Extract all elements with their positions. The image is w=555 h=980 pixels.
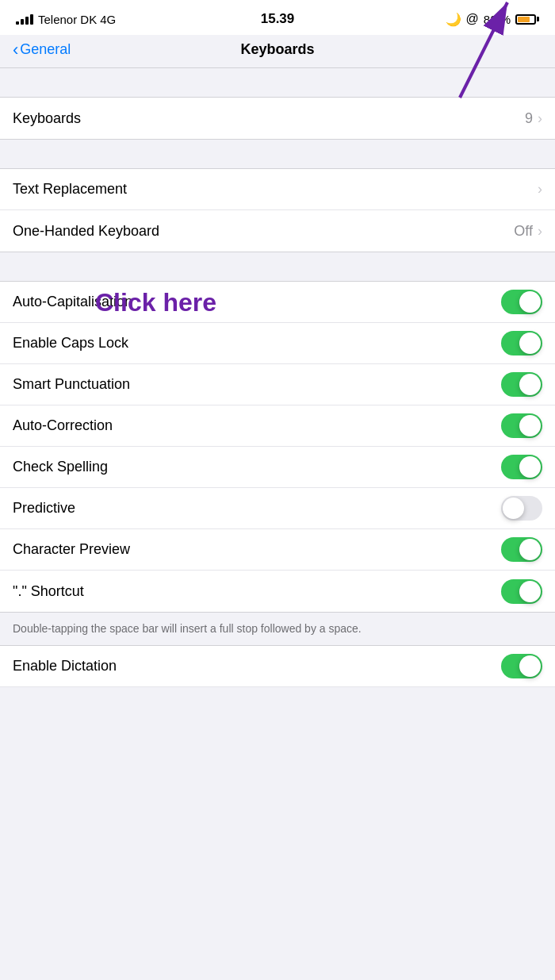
character-preview-toggle[interactable] <box>501 537 542 562</box>
one-handed-row[interactable]: One-Handed Keyboard Off › <box>0 210 555 252</box>
battery-icon <box>515 14 539 25</box>
at-icon: @ <box>466 12 479 26</box>
auto-capitalisation-toggle[interactable] <box>501 290 542 314</box>
partial-group: Enable Dictation <box>0 645 555 687</box>
auto-correction-toggle[interactable] <box>501 413 542 438</box>
enable-caps-lock-row[interactable]: Enable Caps Lock <box>0 323 555 364</box>
toggle-knob <box>503 498 524 519</box>
back-button[interactable]: ‹ General <box>13 41 71 59</box>
status-left: Telenor DK 4G <box>16 13 116 26</box>
group-keyboards: Keyboards 9 › <box>0 97 555 140</box>
one-handed-label: One-Handed Keyboard <box>13 223 159 240</box>
enable-caps-lock-toggle[interactable] <box>501 331 542 355</box>
smart-punctuation-label: Smart Punctuation <box>13 376 130 393</box>
section-gap-2 <box>0 140 555 168</box>
auto-capitalisation-label: Auto-Capitalisation <box>13 294 132 310</box>
back-label: General <box>20 41 71 58</box>
toggle-knob <box>519 332 541 354</box>
text-replacement-right: › <box>538 181 542 198</box>
chevron-right-icon: › <box>538 181 542 198</box>
toggle-knob <box>519 374 541 395</box>
signal-icon <box>16 14 33 25</box>
keyboards-right: 9 › <box>525 110 542 127</box>
enable-caps-lock-label: Enable Caps Lock <box>13 335 128 352</box>
group-toggles: Auto-Capitalisation Click here Enable Ca… <box>0 281 555 613</box>
toggle-knob <box>519 415 541 436</box>
enable-dictation-label: Enable Dictation <box>13 658 117 674</box>
network-label: 4G <box>100 13 116 26</box>
one-handed-right: Off › <box>514 223 542 240</box>
smart-punctuation-row[interactable]: Smart Punctuation <box>0 364 555 405</box>
group-text: Text Replacement › One-Handed Keyboard O… <box>0 168 555 252</box>
time-label: 15.39 <box>261 11 295 27</box>
period-shortcut-toggle[interactable] <box>501 579 542 604</box>
period-shortcut-row[interactable]: "." Shortcut <box>0 571 555 612</box>
section-gap-3 <box>0 252 555 281</box>
check-spelling-row[interactable]: Check Spelling <box>0 447 555 488</box>
footer-note: Double-tapping the space bar will insert… <box>0 613 555 645</box>
toggle-knob <box>519 539 541 560</box>
chevron-right-icon: › <box>538 110 542 127</box>
smart-punctuation-toggle[interactable] <box>501 372 542 397</box>
period-shortcut-label: "." Shortcut <box>13 583 84 600</box>
auto-correction-label: Auto-Correction <box>13 417 113 434</box>
predictive-row[interactable]: Predictive <box>0 488 555 529</box>
predictive-toggle[interactable] <box>501 496 542 521</box>
page-title: Keyboards <box>240 41 314 58</box>
status-right: 🌙 @ 82 % <box>446 12 539 27</box>
carrier-label: Telenor DK <box>38 13 97 26</box>
keyboards-count: 9 <box>525 110 533 127</box>
enable-dictation-toggle[interactable] <box>501 654 542 678</box>
text-replacement-row[interactable]: Text Replacement › <box>0 169 555 210</box>
predictive-label: Predictive <box>13 500 75 517</box>
moon-icon: 🌙 <box>446 12 461 27</box>
toggle-knob <box>519 581 541 602</box>
nav-bar: ‹ General Keyboards <box>0 35 555 68</box>
check-spelling-label: Check Spelling <box>13 459 108 475</box>
chevron-left-icon: ‹ <box>13 41 18 59</box>
enable-dictation-row[interactable]: Enable Dictation <box>0 646 555 687</box>
battery-percent: 82 % <box>484 13 511 26</box>
auto-capitalisation-row[interactable]: Auto-Capitalisation Click here <box>0 282 555 323</box>
toggle-knob <box>519 655 541 677</box>
toggle-knob <box>519 291 541 313</box>
auto-correction-row[interactable]: Auto-Correction <box>0 405 555 447</box>
keyboards-row[interactable]: Keyboards 9 › <box>0 98 555 139</box>
one-handed-value: Off <box>514 223 533 240</box>
toggle-knob <box>519 456 541 478</box>
chevron-right-icon: › <box>538 223 542 240</box>
character-preview-row[interactable]: Character Preview <box>0 529 555 571</box>
keyboards-label: Keyboards <box>13 110 81 127</box>
section-gap-1 <box>0 68 555 97</box>
status-bar: Telenor DK 4G 15.39 🌙 @ 82 % <box>0 0 555 35</box>
check-spelling-toggle[interactable] <box>501 455 542 479</box>
character-preview-label: Character Preview <box>13 541 130 558</box>
text-replacement-label: Text Replacement <box>13 181 127 198</box>
